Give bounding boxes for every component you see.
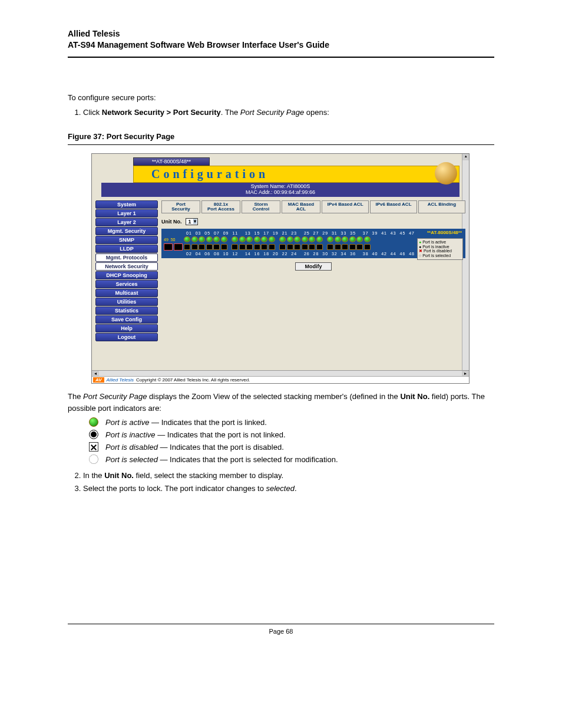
footer-brand: Allied Telesis xyxy=(107,377,134,383)
banner: Configuration xyxy=(133,166,459,183)
port[interactable] xyxy=(213,244,220,250)
port[interactable] xyxy=(327,244,333,250)
tab-mac-acl[interactable]: MAC BasedACL xyxy=(282,200,320,213)
port[interactable] xyxy=(335,236,341,242)
top-port-numbers: 01 03 05 07 09 11 13 15 17 19 21 23 25 2… xyxy=(186,231,463,235)
port[interactable] xyxy=(239,244,246,250)
port[interactable] xyxy=(309,236,315,242)
uplink-49[interactable] xyxy=(164,243,173,251)
port[interactable] xyxy=(294,236,300,242)
port[interactable] xyxy=(261,236,267,242)
port[interactable] xyxy=(232,244,238,250)
step-2: In the Unit No. field, select the stacki… xyxy=(83,470,494,482)
port[interactable] xyxy=(221,244,227,250)
port[interactable] xyxy=(199,236,205,242)
port[interactable] xyxy=(184,236,190,242)
sidebar-item-network-security[interactable]: Network Security xyxy=(95,262,158,271)
port[interactable] xyxy=(356,236,363,242)
port[interactable] xyxy=(294,244,300,250)
mac-address: MAC Addr.: 00:99:64:af:99:66 xyxy=(101,190,459,196)
port[interactable] xyxy=(246,236,253,242)
port[interactable] xyxy=(342,236,348,242)
uplink-50[interactable] xyxy=(174,243,183,251)
port[interactable] xyxy=(254,236,260,242)
port[interactable] xyxy=(364,236,371,242)
port[interactable] xyxy=(206,236,213,242)
sidebar-item-system[interactable]: System xyxy=(95,200,158,209)
steps-list-2: In the Unit No. field, select the stacki… xyxy=(68,470,494,494)
port[interactable] xyxy=(279,244,286,250)
legend-selected: Port is selected xyxy=(419,253,461,258)
page-footer: Page 68 xyxy=(68,624,494,635)
ports-top-row[interactable] xyxy=(184,236,374,242)
port[interactable] xyxy=(269,244,275,250)
port[interactable] xyxy=(191,236,198,242)
port[interactable] xyxy=(261,244,267,250)
port-active-icon xyxy=(89,417,98,427)
tab-port-security[interactable]: PortSecurity xyxy=(161,200,200,213)
unit-dropdown[interactable]: 1 xyxy=(186,218,198,225)
sidebar-item-save-config[interactable]: Save Config xyxy=(95,315,158,324)
sidebar-item-snmp[interactable]: SNMP xyxy=(95,236,158,244)
port[interactable] xyxy=(309,244,315,250)
port[interactable] xyxy=(232,236,238,242)
sidebar-item-dhcp-snooping[interactable]: DHCP Snooping xyxy=(95,271,158,279)
port[interactable] xyxy=(327,236,333,242)
port[interactable] xyxy=(279,236,286,242)
port[interactable] xyxy=(302,244,308,250)
port[interactable] xyxy=(239,236,246,242)
intro-text: To configure secure ports: xyxy=(68,93,494,102)
sidebar: System Layer 1 Layer 2 Mgmt. Security SN… xyxy=(95,200,158,342)
sidebar-item-mgmt-protocols[interactable]: Mgmt. Protocols xyxy=(95,253,158,262)
horizontal-scrollbar[interactable]: ◂ ▸ xyxy=(92,370,469,376)
port[interactable] xyxy=(269,236,275,242)
scroll-left-icon[interactable]: ◂ xyxy=(92,371,99,376)
uplink-ports[interactable] xyxy=(164,243,184,251)
port-panel: **AT-8000S/48** 01 03 05 07 09 11 13 15 … xyxy=(161,229,465,258)
port[interactable] xyxy=(349,236,356,242)
sidebar-item-layer1[interactable]: Layer 1 xyxy=(95,209,158,218)
port[interactable] xyxy=(342,244,348,250)
port[interactable] xyxy=(199,244,205,250)
port[interactable] xyxy=(287,236,293,242)
tab-ipv4-acl[interactable]: IPv4 Based ACL xyxy=(322,200,369,213)
scroll-right-icon[interactable]: ▸ xyxy=(462,371,469,376)
port[interactable] xyxy=(316,244,323,250)
port[interactable] xyxy=(191,244,198,250)
port[interactable] xyxy=(302,236,308,242)
port[interactable] xyxy=(246,244,253,250)
port[interactable] xyxy=(287,244,293,250)
sidebar-item-lldp[interactable]: LLDP xyxy=(95,245,158,253)
sidebar-item-utilities[interactable]: Utilities xyxy=(95,298,158,306)
port[interactable] xyxy=(356,244,363,250)
tab-ipv6-acl[interactable]: IPv6 Based ACL xyxy=(370,200,417,213)
breadcrumb-path: Network Security > Port Security xyxy=(102,108,221,117)
sidebar-item-help[interactable]: Help xyxy=(95,324,158,332)
sidebar-item-logout[interactable]: Logout xyxy=(95,333,158,341)
tab-storm-control[interactable]: StormControl xyxy=(242,200,280,213)
port[interactable] xyxy=(206,244,213,250)
sidebar-item-statistics[interactable]: Statistics xyxy=(95,307,158,315)
sidebar-item-services[interactable]: Services xyxy=(95,280,158,288)
figure-caption: Figure 37: Port Security Page xyxy=(68,132,494,141)
modify-button[interactable]: Modify xyxy=(295,262,332,271)
ports-bottom-row[interactable] xyxy=(184,244,374,250)
port[interactable] xyxy=(335,244,341,250)
port[interactable] xyxy=(349,244,356,250)
port[interactable] xyxy=(184,244,190,250)
port[interactable] xyxy=(254,244,260,250)
sidebar-item-layer2[interactable]: Layer 2 xyxy=(95,218,158,226)
sidebar-item-mgmt-security[interactable]: Mgmt. Security xyxy=(95,227,158,235)
port[interactable] xyxy=(316,236,323,242)
port[interactable] xyxy=(221,236,227,242)
tab-8021x[interactable]: 802.1xPort Access xyxy=(201,200,240,213)
port-legend: Port is active Port is inactive Port is … xyxy=(417,238,463,260)
legend-active: Port is active xyxy=(419,240,461,245)
port[interactable] xyxy=(364,244,371,250)
port[interactable] xyxy=(213,236,220,242)
legend-disabled: Port is disabled xyxy=(419,249,461,253)
system-info: System Name: ATI8000S MAC Addr.: 00:99:6… xyxy=(101,183,459,197)
port-disabled-icon xyxy=(89,442,98,452)
tab-acl-binding[interactable]: ACL Binding xyxy=(418,200,465,213)
sidebar-item-multicast[interactable]: Multicast xyxy=(95,289,158,297)
